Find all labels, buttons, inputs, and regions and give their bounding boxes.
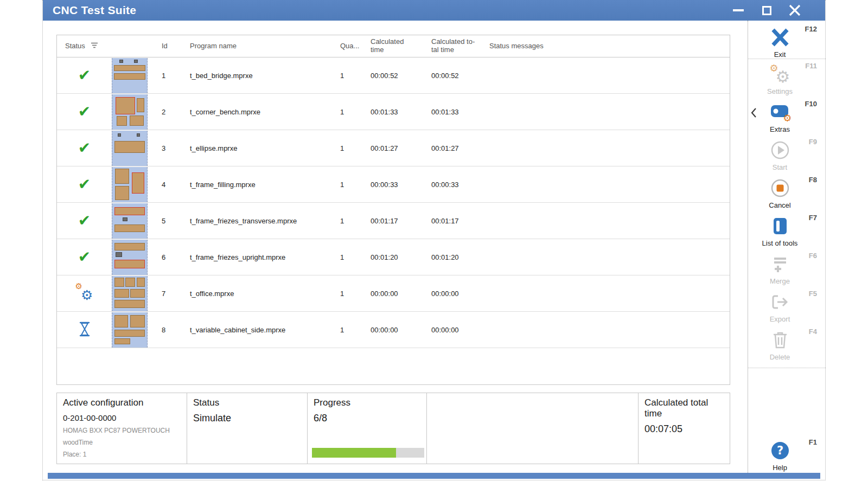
program-thumbnail[interactable] <box>112 240 148 275</box>
row-calculated-time: 00:00:52 <box>369 72 430 80</box>
table-row[interactable]: 8 t_variable_cabinet_side.mprxe 1 00:00:… <box>57 312 730 348</box>
status-ok-icon: ✔ <box>78 177 91 192</box>
table-row[interactable]: ✔ 3 t_ellipse.mprxe 1 00:01:27 00:01:27 <box>57 130 730 166</box>
nested-part <box>116 252 122 257</box>
toolbar-button-merge[interactable]: F6 Merge <box>749 251 825 286</box>
row-quantity: 1 <box>339 253 369 261</box>
software-name: woodTime <box>63 439 181 446</box>
nested-part <box>115 186 129 200</box>
maximize-button[interactable] <box>759 2 774 19</box>
row-program-name[interactable]: t_bed_bridge.mprxe <box>188 72 339 80</box>
row-id: 8 <box>160 326 188 334</box>
column-header-status[interactable]: Status <box>65 42 85 50</box>
toolbar-button-extras[interactable]: F10 ⚙ Extras <box>749 99 825 134</box>
row-calculated-total-time: 00:01:17 <box>430 217 488 225</box>
row-program-name[interactable]: t_corner_bench.mprxe <box>188 108 339 116</box>
program-thumbnail[interactable] <box>112 276 148 311</box>
column-header-status-messages[interactable]: Status messages <box>488 42 730 50</box>
minimize-button[interactable] <box>731 2 746 19</box>
calculated-total-time-label: Calculated total time <box>644 397 724 419</box>
settings-icon: ⚙⚙ <box>749 63 811 85</box>
nested-part <box>118 133 121 137</box>
progress-bar <box>312 448 424 458</box>
column-header-calculated-time[interactable]: Calculated time <box>369 38 430 54</box>
program-thumbnail[interactable] <box>112 58 148 93</box>
toolbar-button-label: Export <box>749 315 811 323</box>
row-quantity: 1 <box>339 217 369 225</box>
status-ok-icon: ✔ <box>78 249 91 265</box>
window-title: CNC Test Suite <box>53 4 136 17</box>
active-configuration-label: Active configuration <box>63 397 181 408</box>
row-program-name[interactable]: t_frame_filling.mprxe <box>188 181 339 189</box>
toolbar-button-export[interactable]: F5 Export <box>749 288 825 324</box>
table-row[interactable]: ✔ 4 t_frame_filling.mprxe 1 00:00:33 00:… <box>57 166 730 203</box>
row-id: 6 <box>160 253 188 261</box>
table-row[interactable]: ✔ 1 t_bed_bridge.mprxe 1 00:00:52 00:00:… <box>57 57 730 94</box>
cancel-icon <box>749 177 811 199</box>
minimize-icon <box>733 9 744 11</box>
column-header-calculated-total-time[interactable]: Calculated to- tal time <box>430 38 488 54</box>
toolbar-button-settings[interactable]: F11 ⚙⚙ Settings <box>749 61 825 97</box>
row-program-name[interactable]: t_office.mprxe <box>188 290 339 298</box>
table-row[interactable]: ✔ 5 t_frame_friezes_transverse.mprxe 1 0… <box>57 203 730 239</box>
row-calculated-total-time: 00:01:27 <box>430 144 488 152</box>
column-header-id[interactable]: Id <box>160 42 188 50</box>
calculated-total-time-panel: Calculated total time 00:07:05 <box>639 393 730 464</box>
row-calculated-time: 00:00:33 <box>369 181 430 189</box>
nested-part <box>114 338 130 345</box>
empty-panel <box>427 393 639 464</box>
status-ok-icon: ✔ <box>78 140 91 156</box>
toolbar-button-exit[interactable]: F12 Exit <box>749 24 825 60</box>
program-thumbnail[interactable] <box>112 131 148 166</box>
program-thumbnail[interactable] <box>112 94 148 130</box>
row-calculated-total-time: 00:00:33 <box>430 181 488 189</box>
table-row[interactable]: ✔ 2 t_corner_bench.mprxe 1 00:01:33 00:0… <box>57 94 730 130</box>
nested-part <box>137 278 145 287</box>
toolbar-button-help[interactable]: F1 ? Help <box>749 437 825 473</box>
status-ok-icon: ✔ <box>78 68 91 83</box>
program-thumbnail[interactable] <box>112 312 148 348</box>
row-calculated-total-time: 00:01:20 <box>430 253 488 261</box>
table-row[interactable]: ✔ 6 t_frame_friezes_upright.mprxe 1 00:0… <box>57 239 730 275</box>
machine-name: HOMAG BXX PC87 POWERTOUCH <box>63 427 181 434</box>
maximize-icon <box>762 6 771 15</box>
row-calculated-total-time: 00:00:00 <box>430 326 488 334</box>
program-table-body: ✔ 1 t_bed_bridge.mprxe 1 00:00:52 00:00:… <box>57 57 730 348</box>
nested-part <box>114 73 145 80</box>
row-program-name[interactable]: t_ellipse.mprxe <box>188 144 339 152</box>
export-icon <box>749 291 811 313</box>
row-calculated-time: 00:01:17 <box>369 217 430 225</box>
toolbar-button-cancel[interactable]: F8 Cancel <box>749 175 825 210</box>
filter-icon[interactable] <box>90 42 99 51</box>
nested-part <box>125 278 135 287</box>
status-ok-icon: ✔ <box>78 104 91 119</box>
row-program-name[interactable]: t_variable_cabinet_side.mprxe <box>188 326 339 334</box>
app-window: CNC Test Suite Status <box>42 0 826 480</box>
nested-part <box>137 133 140 137</box>
row-calculated-total-time: 00:00:00 <box>430 290 488 298</box>
column-header-quantity[interactable]: Qua... <box>339 42 369 50</box>
nested-part <box>114 289 129 298</box>
svg-text:?: ? <box>776 444 783 457</box>
row-program-name[interactable]: t_frame_friezes_upright.mprxe <box>188 253 339 261</box>
table-row[interactable]: ⚙⚙ 7 t_office.mprxe 1 00:00:00 00:00:00 <box>57 275 730 312</box>
progress-fill <box>312 448 396 458</box>
row-quantity: 1 <box>339 326 369 334</box>
toolbar-button-start[interactable]: F9 Start <box>749 137 825 172</box>
active-configuration-panel: Active configuration 0-201-00-0000 HOMAG… <box>57 393 187 464</box>
toolbar-button-list-of-tools[interactable]: F7 List of tools <box>749 213 825 248</box>
nested-part <box>117 116 127 126</box>
close-button[interactable] <box>787 2 802 19</box>
titlebar: CNC Test Suite <box>43 0 825 21</box>
nested-part <box>114 243 145 251</box>
row-program-name[interactable]: t_frame_friezes_transverse.mprxe <box>188 217 339 225</box>
row-id: 4 <box>160 181 188 189</box>
column-header-program-name[interactable]: Program name <box>188 42 339 50</box>
program-thumbnail[interactable] <box>112 203 148 239</box>
status-waiting-icon <box>79 322 90 338</box>
toolbar-button-label: Exit <box>749 50 811 59</box>
toolbar-button-delete[interactable]: F4 Delete <box>749 326 825 362</box>
row-quantity: 1 <box>339 108 369 116</box>
row-calculated-time: 00:00:00 <box>369 290 430 298</box>
program-thumbnail[interactable] <box>112 167 148 202</box>
